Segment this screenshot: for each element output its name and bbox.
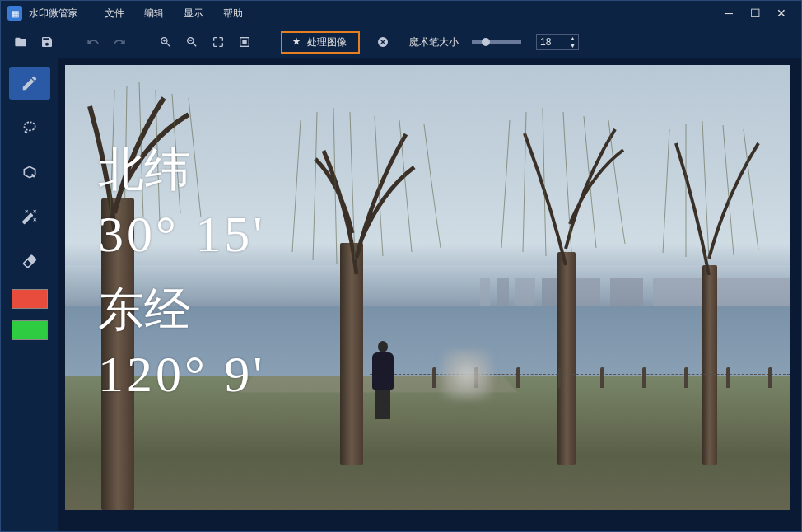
image-content: 北纬 30° 15' 东经 120° 9' — [65, 65, 790, 510]
zoom-out-icon — [185, 35, 198, 49]
brush-size-input[interactable] — [537, 36, 567, 48]
redo-button[interactable] — [110, 32, 129, 52]
app-icon: ▦ — [7, 6, 22, 21]
brush-size-slider[interactable] — [472, 40, 521, 44]
zoom-in-button[interactable] — [156, 32, 175, 52]
save-button[interactable] — [37, 32, 57, 52]
menu-edit[interactable]: 编辑 — [134, 7, 174, 21]
menu-view[interactable]: 显示 — [174, 7, 213, 21]
lasso-icon — [21, 119, 38, 136]
actual-size-icon — [238, 35, 251, 49]
app-title: 水印微管家 — [29, 7, 78, 21]
svg-rect-1 — [242, 40, 246, 44]
brush-size-spinner[interactable]: ▲ ▼ — [536, 34, 579, 50]
zoom-out-button[interactable] — [182, 32, 202, 52]
menu-file[interactable]: 文件 — [95, 7, 134, 21]
process-icon — [291, 36, 302, 48]
magic-wand-tool[interactable] — [9, 200, 50, 233]
cancel-icon — [376, 35, 389, 49]
sidebar — [1, 58, 58, 531]
brush-size-label: 魔术笔大小 — [409, 35, 459, 49]
color-green[interactable] — [12, 320, 48, 340]
eraser-tool[interactable] — [9, 245, 50, 278]
titlebar: ▦ 水印微管家 文件 编辑 显示 帮助 ─ ☐ ✕ — [1, 1, 801, 26]
canvas-area[interactable]: 北纬 30° 15' 东经 120° 9' — [58, 58, 801, 531]
pencil-tool[interactable] — [9, 67, 50, 100]
process-label: 处理图像 — [307, 35, 347, 49]
lasso-tool[interactable] — [9, 111, 50, 144]
process-image-button[interactable]: 处理图像 — [281, 31, 360, 54]
person-figure — [370, 341, 396, 419]
save-icon — [40, 35, 54, 49]
fit-icon — [212, 35, 225, 49]
undo-button[interactable] — [83, 32, 103, 52]
fit-screen-button[interactable] — [208, 32, 228, 52]
minimize-button[interactable]: ─ — [716, 1, 742, 26]
undo-icon — [86, 35, 100, 49]
cancel-button[interactable] — [373, 32, 393, 52]
redo-icon — [113, 35, 126, 49]
close-button[interactable]: ✕ — [768, 1, 795, 26]
polygon-icon — [21, 164, 38, 180]
pencil-icon — [21, 74, 39, 92]
toolbar: 处理图像 魔术笔大小 ▲ ▼ — [1, 26, 801, 58]
polygon-tool[interactable] — [9, 156, 50, 189]
color-red[interactable] — [12, 289, 48, 309]
folder-open-icon — [14, 35, 27, 49]
wand-icon — [21, 208, 38, 225]
open-button[interactable] — [11, 32, 30, 52]
eraser-icon — [21, 253, 38, 269]
spinner-up[interactable]: ▲ — [567, 35, 578, 42]
actual-size-button[interactable] — [235, 32, 254, 52]
zoom-in-icon — [159, 35, 172, 49]
maximize-button[interactable]: ☐ — [742, 1, 768, 26]
spinner-down[interactable]: ▼ — [567, 42, 578, 49]
menu-help[interactable]: 帮助 — [213, 7, 253, 21]
